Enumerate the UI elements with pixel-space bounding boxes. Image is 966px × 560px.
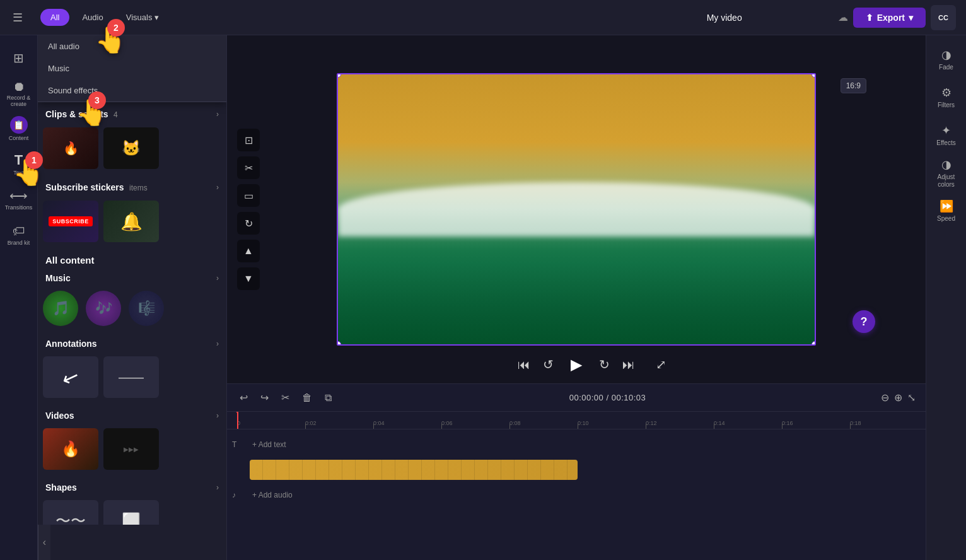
ruler-mark-7: 0:14: [714, 420, 782, 429]
annotations-header[interactable]: Annotations ›: [43, 334, 221, 354]
video-fire-icon: 🔥: [61, 440, 80, 458]
video-dark-bg: ▶▶▶: [103, 428, 159, 470]
add-text-placeholder[interactable]: + Add text: [250, 440, 286, 449]
crop-tool-button[interactable]: ⊡: [237, 129, 260, 151]
annotation-arrow[interactable]: ↙: [43, 356, 98, 398]
add-audio-placeholder[interactable]: + Add audio: [250, 491, 293, 499]
subscribe-stickers-header[interactable]: Subscribe stickers items ›: [43, 177, 221, 198]
dropdown-all-audio[interactable]: All audio: [38, 35, 226, 57]
music-circle-3[interactable]: 🎼: [129, 291, 164, 326]
subscribe-thumb-1[interactable]: SUBSCRIBE: [43, 201, 98, 242]
subscribe-thumb-2[interactable]: 🔔: [103, 201, 159, 242]
collapse-panel-button[interactable]: ‹: [38, 525, 50, 560]
time-separator: /: [606, 393, 611, 402]
export-button[interactable]: ⬆ Export ▾: [853, 8, 926, 28]
video-thumb-1[interactable]: 🔥: [43, 428, 98, 470]
screen-icon: ▭: [244, 190, 253, 202]
ruler-mark-4: 0:08: [509, 420, 578, 429]
shape-thumb-1[interactable]: 〜〜: [43, 500, 98, 525]
wave-shape-icon: 〜〜: [55, 511, 86, 525]
screen-tool-button[interactable]: ▭: [237, 184, 260, 207]
effects-icon: ✦: [941, 124, 951, 137]
fullscreen-button[interactable]: ⤢: [653, 354, 669, 375]
clips-thumb-2[interactable]: 🐱: [103, 127, 159, 169]
delete-button[interactable]: 🗑: [300, 390, 315, 406]
media-icon: ⊞: [13, 50, 24, 66]
sidebar-item-text[interactable]: T Text: [3, 148, 35, 180]
videos-title: Videos: [45, 411, 74, 421]
video-thumb-2[interactable]: ▶▶▶: [103, 428, 159, 470]
duplicate-button[interactable]: ⧉: [322, 390, 334, 406]
shape-thumb-2[interactable]: ⬜: [103, 500, 159, 525]
corner-handle-br[interactable]: [812, 341, 816, 346]
cut-button[interactable]: ✂: [279, 389, 292, 406]
sidebar-item-content[interactable]: 📋 Content: [3, 112, 35, 145]
playhead[interactable]: [237, 412, 238, 429]
music-section-header[interactable]: Music ›: [43, 268, 221, 288]
right-tool-adjust-colors[interactable]: ◑ Adjustcolors: [930, 155, 963, 190]
text-track-content[interactable]: + Add text: [250, 435, 921, 455]
right-tool-speed[interactable]: ⏩ Speed: [930, 193, 963, 228]
current-time: 00:00:00: [569, 393, 604, 402]
clips-selects-section-header[interactable]: Clips & selects 4 ›: [43, 103, 221, 125]
sidebar-item-transitions[interactable]: ⟷ Transitions: [3, 183, 35, 216]
dropdown-music[interactable]: Music: [38, 57, 226, 79]
audio-track-content[interactable]: + Add audio: [250, 485, 921, 505]
shapes-header[interactable]: Shapes ›: [43, 477, 221, 498]
video-track-content[interactable]: [250, 460, 578, 480]
tab-all[interactable]: All: [40, 9, 69, 26]
bell-icon: 🔔: [120, 211, 143, 232]
clips-thumb-1[interactable]: 🔥: [43, 127, 98, 169]
annotations-title: Annotations: [45, 339, 97, 349]
subscribe-stickers-title: Subscribe stickers: [45, 182, 124, 192]
videos-header[interactable]: Videos ›: [43, 405, 221, 426]
forward-5s-button[interactable]: ↻: [596, 354, 612, 375]
aspect-ratio-badge[interactable]: 16:9: [841, 78, 866, 93]
music-circle-2[interactable]: 🎶: [86, 291, 121, 326]
arrow-icon: ↙: [59, 363, 83, 392]
sidebar-item-record[interactable]: ⏺ Record &create: [3, 77, 35, 110]
sidebar-item-brand[interactable]: 🏷 Brand kit: [3, 218, 35, 251]
subscribe-bg: SUBSCRIBE: [43, 201, 98, 242]
rewind-to-start-button[interactable]: ⏮: [515, 355, 533, 375]
clips-thumb-cat-bg: 🐱: [103, 127, 159, 169]
redo-button[interactable]: ↪: [258, 389, 271, 406]
right-tool-effects[interactable]: ✦ Effects: [930, 117, 963, 153]
distribute-icon: ▼: [243, 273, 253, 284]
content-scroll: Clips & selects 4 › 🔥 🐱: [38, 98, 226, 525]
help-button[interactable]: ?: [853, 310, 875, 333]
skip-end-icon: ⏭: [622, 358, 635, 371]
shapes-chevron-icon: ›: [216, 483, 219, 492]
zoom-in-button[interactable]: ⊕: [894, 392, 902, 404]
zoom-out-button[interactable]: ⊖: [881, 392, 889, 404]
text-track-row: T + Add text: [227, 432, 926, 457]
captions-button[interactable]: CC: [931, 5, 956, 30]
hamburger-icon: ☰: [13, 11, 23, 25]
dropdown-sound-effects[interactable]: Sound effects: [38, 79, 226, 102]
skip-to-end-button[interactable]: ⏭: [620, 355, 637, 375]
undo-button[interactable]: ↩: [237, 389, 250, 406]
clips-selects-title: Clips & selects: [45, 109, 108, 119]
rewind-5s-button[interactable]: ↺: [540, 354, 556, 375]
annotation-line[interactable]: ——: [103, 356, 159, 398]
corner-handle-tr[interactable]: [812, 73, 816, 78]
fit-timeline-button[interactable]: ⤡: [907, 392, 916, 404]
forward-5s-icon: ↻: [599, 358, 610, 371]
distribute-tool-button[interactable]: ▼: [237, 267, 260, 290]
music-circle-1[interactable]: 🎵: [43, 291, 78, 326]
total-time: 00:10:03: [612, 393, 646, 402]
tab-visuals[interactable]: Visuals ▾: [116, 9, 170, 26]
align-tool-button[interactable]: ▲: [237, 240, 260, 262]
rotate-tool-button[interactable]: ↻: [237, 212, 260, 235]
sidebar-item-media[interactable]: ⊞: [3, 42, 35, 74]
corner-handle-bl[interactable]: [337, 341, 341, 346]
all-content-header: All content: [43, 250, 221, 268]
tab-audio[interactable]: Audio: [72, 9, 113, 26]
hamburger-button[interactable]: ☰: [0, 0, 35, 35]
video-title-input[interactable]: [707, 13, 833, 23]
right-tool-fade[interactable]: ◑ Fade: [930, 42, 963, 77]
ruler-mark-5: 0:10: [578, 420, 646, 429]
play-button[interactable]: ▶: [564, 352, 589, 377]
right-tool-filters[interactable]: ⚙ Filters: [930, 79, 963, 115]
trim-tool-button[interactable]: ✂: [237, 156, 260, 179]
